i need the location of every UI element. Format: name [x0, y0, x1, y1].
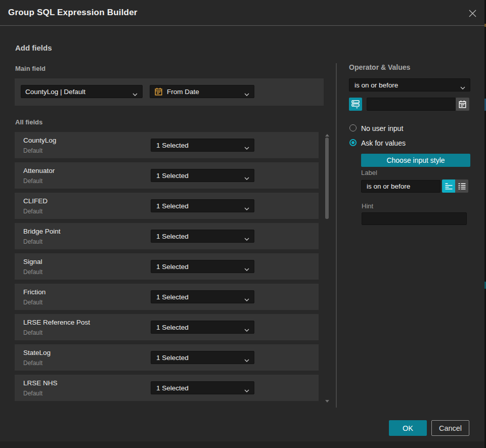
field-name: CLIFED: [23, 197, 48, 205]
dialog-header: Group SQL Expression Builder: [0, 0, 484, 26]
label-input[interactable]: [361, 180, 440, 193]
field-row: StateLogDefault1 Selected: [15, 344, 319, 371]
list-icon: [458, 183, 466, 190]
screen: Group SQL Expression Builder Add fields …: [0, 0, 486, 448]
field-sublabel: Default: [23, 299, 42, 306]
field-name: Bridge Point: [23, 228, 61, 235]
dialog-title: Group SQL Expression Builder: [8, 0, 138, 25]
input-style-single-button[interactable]: [442, 180, 455, 193]
field-row: LRSE NHSDefault1 Selected: [15, 375, 319, 401]
value-input[interactable]: [367, 98, 456, 111]
field-name: LRSE NHS: [23, 379, 58, 387]
field-sublabel: Default: [23, 390, 42, 397]
operator-select[interactable]: is on or before: [349, 78, 470, 92]
chevron-down-icon: [244, 174, 249, 182]
field-selected-dropdown[interactable]: 1 Selected: [151, 260, 254, 273]
calendar-button[interactable]: [456, 98, 469, 111]
chevron-down-icon: [244, 144, 249, 151]
add-fields-heading: Add fields: [15, 43, 52, 52]
field-name: LRSE Reference Post: [23, 319, 90, 326]
chevron-down-icon: [244, 356, 249, 364]
field-selected-dropdown[interactable]: 1 Selected: [151, 169, 254, 182]
field-sublabel: Default: [23, 268, 42, 276]
field-row: CountyLogDefault1 Selected: [15, 132, 319, 158]
chevron-down-icon: [244, 326, 249, 333]
field-selected-value: 1 Selected: [156, 293, 189, 301]
field-name: Signal: [23, 258, 42, 265]
radio-label: No user input: [361, 124, 403, 132]
calendar-icon: [155, 87, 162, 96]
field-selected-dropdown[interactable]: 1 Selected: [151, 290, 254, 303]
field-name: Friction: [23, 288, 46, 296]
page-bottom-strip: [0, 441, 484, 448]
field-selected-value: 1 Selected: [156, 233, 189, 240]
main-field-select[interactable]: From Date: [150, 85, 254, 98]
chevron-down-icon: [244, 386, 249, 394]
panel-divider: [336, 63, 337, 408]
field-row: CLIFEDDefault1 Selected: [15, 193, 319, 219]
label-caption: Label: [361, 169, 377, 176]
close-button[interactable]: [465, 6, 480, 21]
field-selected-dropdown[interactable]: 1 Selected: [151, 199, 254, 212]
chevron-down-icon: [244, 265, 249, 273]
field-selected-value: 1 Selected: [156, 142, 189, 149]
group-sql-expression-builder-dialog: Group SQL Expression Builder Add fields …: [0, 0, 484, 441]
main-layer-select[interactable]: CountyLog | Default: [21, 85, 143, 98]
radio-label: Ask for values: [361, 139, 406, 147]
all-fields-label: All fields: [15, 118, 42, 126]
chevron-down-icon: [244, 235, 249, 242]
ok-button[interactable]: OK: [389, 420, 427, 436]
operator-values-heading: Operator & Values: [349, 63, 410, 71]
choose-input-style-button[interactable]: Choose input style: [361, 154, 470, 167]
choices-button[interactable]: [349, 98, 362, 111]
operator-select-value: is on or before: [355, 81, 398, 89]
field-row: AttenuatorDefault1 Selected: [15, 162, 319, 189]
main-field-select-value: From Date: [167, 88, 199, 96]
chevron-down-icon: [460, 83, 465, 91]
radio-selected-icon[interactable]: [349, 139, 357, 146]
scrollbar-down-arrow-icon[interactable]: [325, 400, 329, 402]
scrollbar-thumb[interactable]: [325, 138, 329, 219]
choices-icon: [351, 100, 360, 109]
field-sublabel: Default: [23, 208, 42, 215]
radio-unselected-icon[interactable]: [349, 124, 357, 131]
close-icon: [468, 9, 477, 18]
calendar-icon: [459, 100, 466, 108]
chevron-down-icon: [244, 295, 249, 303]
hint-caption: Hint: [362, 202, 373, 210]
field-name: CountyLog: [23, 137, 56, 144]
field-sublabel: Default: [23, 238, 42, 245]
chevron-down-icon: [244, 90, 249, 98]
field-row: SignalDefault1 Selected: [15, 253, 319, 280]
align-left-icon: [445, 183, 453, 190]
field-selected-dropdown[interactable]: 1 Selected: [151, 321, 254, 334]
field-name: Attenuator: [23, 167, 55, 174]
field-sublabel: Default: [23, 329, 42, 336]
field-selected-dropdown[interactable]: 1 Selected: [151, 230, 254, 243]
header-divider: [0, 25, 484, 26]
field-selected-value: 1 Selected: [156, 324, 189, 331]
field-row: LRSE Reference PostDefault1 Selected: [15, 314, 319, 340]
field-sublabel: Default: [23, 360, 42, 367]
main-layer-select-value: CountyLog | Default: [25, 88, 85, 96]
cancel-button[interactable]: Cancel: [431, 420, 469, 436]
field-name: StateLog: [23, 349, 51, 356]
input-style-list-button[interactable]: [455, 180, 468, 193]
field-selected-value: 1 Selected: [156, 172, 189, 180]
field-selected-dropdown[interactable]: 1 Selected: [151, 381, 254, 394]
chevron-down-icon: [132, 90, 138, 98]
field-row: FrictionDefault1 Selected: [15, 284, 319, 310]
scrollbar-up-arrow-icon[interactable]: [325, 134, 329, 137]
field-selected-value: 1 Selected: [156, 354, 189, 362]
field-selected-dropdown[interactable]: 1 Selected: [151, 351, 254, 364]
field-sublabel: Default: [23, 147, 42, 154]
field-selected-value: 1 Selected: [156, 384, 189, 392]
field-selected-value: 1 Selected: [156, 202, 189, 210]
main-field-label: Main field: [15, 65, 46, 72]
chevron-down-icon: [244, 204, 249, 212]
field-selected-dropdown[interactable]: 1 Selected: [151, 139, 254, 152]
hint-input[interactable]: [362, 212, 467, 225]
field-row: Bridge PointDefault1 Selected: [15, 223, 319, 249]
field-sublabel: Default: [23, 177, 42, 185]
main-field-band: CountyLog | Default From Date: [15, 78, 324, 106]
